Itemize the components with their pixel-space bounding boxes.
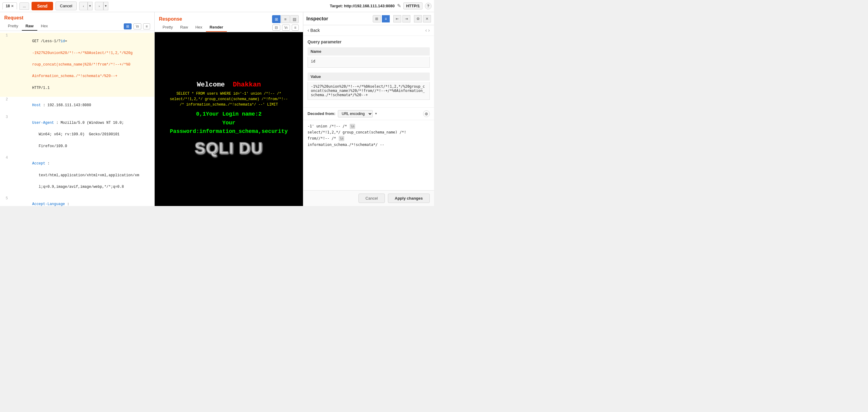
value-field-value[interactable]: -1%27%20union%20/*!--+/*%0Aselect/*!1,2,… — [308, 82, 430, 100]
response-newline-btn[interactable]: \n — [282, 25, 290, 31]
inspector-title: Inspector — [306, 16, 371, 22]
tab-18-close[interactable]: ✕ — [11, 4, 14, 8]
nav-back-group: ‹ ▾ — [79, 2, 93, 10]
cancel-button[interactable]: Cancel — [56, 1, 77, 10]
render-sqli-title: SQLI DU — [170, 139, 288, 157]
response-menu-btn[interactable]: ≡ — [292, 25, 299, 31]
name-field-label: Name — [308, 47, 430, 56]
code-line-2: 2 Host : 192.168.111.143:8080 — [0, 97, 154, 114]
target-area: Target: http://192.168.111.143:8080 ✎ HT… — [330, 2, 432, 9]
render-area: Welcome Dhakkan SELECT * FROM users WHER… — [155, 32, 303, 206]
inspector-nav-arrows: ‹ › — [425, 28, 430, 33]
decoded-encoding-select[interactable]: URL encoding — [338, 110, 373, 117]
render-login-info: 0,1Your Login name:2 Your Password:infor… — [170, 110, 288, 136]
footer-cancel-button[interactable]: Cancel — [359, 194, 384, 203]
value-field-group: Value -1%27%20union%20/*!--+/*%0Aselect/… — [308, 72, 430, 100]
newline-badge-2: \n — [339, 136, 344, 141]
render-password: Password:information_schema,security — [170, 127, 288, 136]
edit-icon[interactable]: ✎ — [397, 3, 401, 9]
tab-18[interactable]: 18 ✕ — [2, 2, 17, 9]
code-line-3: 3 User-Agent : Mozilla/5.0 (Windows NT 1… — [0, 114, 154, 155]
back-label[interactable]: Back — [310, 28, 320, 33]
render-welcome: Welcome — [197, 81, 233, 89]
render-your: Your — [170, 119, 288, 127]
main-layout: Request Pretty Raw Hex ⊞ \n ≡ 1 GET /Les… — [0, 12, 434, 206]
render-sql-query: SELECT * FROM users WHERE id='-1' union … — [170, 91, 288, 108]
code-line-5: 5 Accept-Language : zh-CN,zh;q=0.8,zh-TW… — [0, 196, 154, 206]
render-login-name: 0,1Your Login name:2 — [170, 110, 288, 119]
inspector-nav-prev[interactable]: ‹ — [425, 28, 427, 33]
response-tab-bar: Pretty Raw Hex Render ⊟ \n ≡ — [155, 23, 303, 32]
value-field-label: Value — [308, 72, 430, 81]
name-field-group: Name id — [308, 47, 430, 68]
insp-close-btn[interactable]: ✕ — [423, 15, 431, 23]
response-tab-actions: ⊟ \n ≡ — [272, 25, 299, 31]
view-compact-btn[interactable]: ▤ — [290, 15, 299, 23]
target-url: Target: http://192.168.111.143:8080 — [330, 4, 395, 8]
render-dhakkan: Dhakkan — [233, 81, 261, 89]
view-list-btn[interactable]: ≡ — [281, 15, 290, 23]
request-tab-raw[interactable]: Raw — [22, 22, 37, 31]
tab-more[interactable]: ... — [20, 2, 29, 10]
inspector-header: Inspector ⊞ ≡ ⇤ ⇥ ⚙ ✕ — [303, 12, 434, 25]
decoded-bar: Decoded from: URL encoding ▾ ⊕ — [303, 108, 434, 120]
nav-fwd-group: › ▾ — [95, 2, 108, 10]
inspector-panel: Inspector ⊞ ≡ ⇤ ⇥ ⚙ ✕ ‹ Back ‹ › Query p… — [303, 12, 434, 206]
top-bar: 18 ✕ ... Send Cancel ‹ ▾ › ▾ Target: htt… — [0, 0, 434, 12]
request-tab-actions: ⊞ \n ≡ — [124, 23, 150, 29]
section-title: Query parameter — [308, 39, 430, 44]
http-version[interactable]: HTTP/1 — [403, 2, 423, 9]
view-toggle: ⊞ ≡ ▤ — [272, 15, 299, 23]
response-panel: Response ⊞ ≡ ▤ Pretty Raw Hex Render ⊟ \… — [155, 12, 303, 206]
request-tab-pretty[interactable]: Pretty — [4, 22, 22, 31]
response-header: Response ⊞ ≡ ▤ — [155, 12, 303, 23]
request-menu-btn[interactable]: ≡ — [143, 23, 150, 29]
back-chevron-icon[interactable]: ‹ — [308, 28, 309, 33]
decoded-label: Decoded from: — [308, 111, 335, 116]
inspector-nav-next[interactable]: › — [428, 28, 430, 33]
nav-fwd-button[interactable]: › — [95, 2, 103, 10]
response-tab-hex[interactable]: Hex — [192, 23, 206, 32]
footer-apply-button[interactable]: Apply changes — [388, 194, 430, 203]
decoded-add-btn[interactable]: ⊕ — [423, 111, 430, 117]
inspector-actions: ⊞ ≡ ⇤ ⇥ ⚙ ✕ — [373, 15, 431, 23]
request-code-area[interactable]: 1 GET /Less-1/?id= -1%27%20union%20/*!--… — [0, 31, 154, 206]
request-title: Request — [0, 12, 154, 22]
newline-badge-1: \n — [350, 124, 355, 129]
response-format-btn[interactable]: ⊟ — [272, 25, 280, 31]
response-tab-pretty[interactable]: Pretty — [159, 23, 177, 32]
request-panel: Request Pretty Raw Hex ⊞ \n ≡ 1 GET /Les… — [0, 12, 155, 206]
nav-fwd-dropdown[interactable]: ▾ — [103, 2, 108, 10]
insp-list-btn[interactable]: ≡ — [382, 15, 390, 23]
inspector-footer: Cancel Apply changes — [303, 190, 434, 206]
help-icon[interactable]: ? — [425, 3, 432, 9]
tab-more-label: ... — [23, 4, 26, 8]
response-tab-raw[interactable]: Raw — [177, 23, 192, 32]
decoded-value: -1' union /*!-- /* \n select/*!1,2,*/ gr… — [303, 120, 434, 190]
send-button[interactable]: Send — [32, 2, 53, 10]
response-title: Response — [159, 17, 270, 22]
name-field-value[interactable]: id — [308, 57, 430, 68]
code-line-1: 1 GET /Less-1/?id= -1%27%20union%20/*!--… — [0, 33, 154, 97]
response-tab-render[interactable]: Render — [206, 23, 227, 32]
chevron-down-icon: ▾ — [375, 112, 377, 116]
nav-back-dropdown[interactable]: ▾ — [88, 2, 93, 10]
back-bar: ‹ Back ‹ › — [303, 25, 434, 36]
insp-grid-btn[interactable]: ⊞ — [373, 15, 381, 23]
newline-btn[interactable]: \n — [133, 23, 141, 29]
format-btn[interactable]: ⊞ — [124, 23, 132, 29]
insp-settings-btn[interactable]: ⚙ — [414, 15, 422, 23]
request-tab-bar: Pretty Raw Hex ⊞ \n ≡ — [0, 22, 154, 31]
inspector-body: Query parameter Name id Value -1%27%20un… — [303, 36, 434, 108]
request-tab-hex[interactable]: Hex — [37, 22, 52, 31]
code-line-4: 4 Accept : text/html,application/xhtml+x… — [0, 155, 154, 196]
render-content: Welcome Dhakkan SELECT * FROM users WHER… — [164, 75, 294, 163]
insp-align-btn[interactable]: ⇤ — [393, 15, 401, 23]
view-grid-btn[interactable]: ⊞ — [272, 15, 281, 23]
nav-back-button[interactable]: ‹ — [79, 2, 88, 10]
insp-align2-btn[interactable]: ⇥ — [402, 15, 410, 23]
tab-18-label: 18 — [6, 4, 10, 8]
